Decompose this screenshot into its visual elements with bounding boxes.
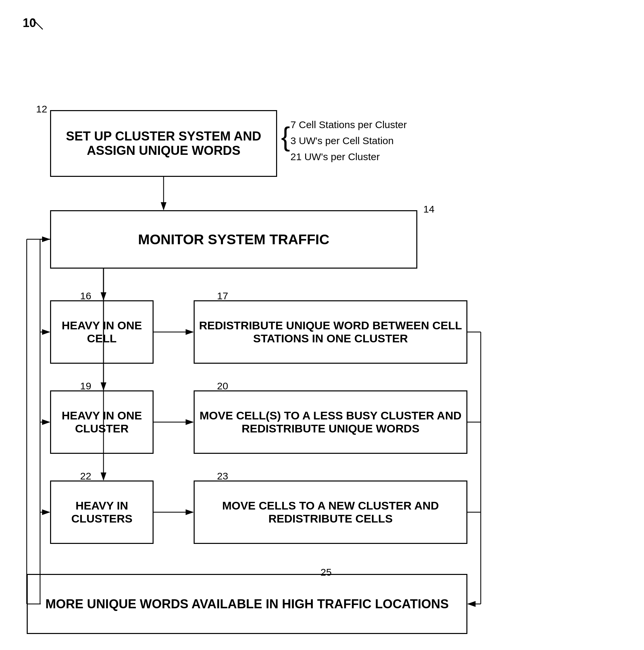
label-20: 20 xyxy=(217,381,228,392)
label-19: 19 xyxy=(80,381,91,392)
box-setup-cluster-text: SET UP CLUSTER SYSTEM AND ASSIGN UNIQUE … xyxy=(51,129,276,158)
box-move-new-cluster-text: MOVE CELLS TO A NEW CLUSTER AND REDISTRI… xyxy=(195,499,466,525)
box-heavy-one-cell: HEAVY IN ONE CELL xyxy=(50,300,154,364)
box-heavy-clusters-text: HEAVY IN CLUSTERS xyxy=(51,499,152,525)
label-16: 16 xyxy=(80,290,91,302)
label-22: 22 xyxy=(80,470,91,482)
box-more-unique-words-text: MORE UNIQUE WORDS AVAILABLE IN HIGH TRAF… xyxy=(45,597,449,611)
label-14: 14 xyxy=(423,204,434,215)
box-monitor-traffic-text: MONITOR SYSTEM TRAFFIC xyxy=(138,231,329,248)
brace-line3: 21 UW's per Cluster xyxy=(291,149,407,165)
brace-line2: 3 UW's per Cell Station xyxy=(291,133,407,149)
box-monitor-traffic: MONITOR SYSTEM TRAFFIC xyxy=(50,210,417,268)
brace-line1: 7 Cell Stations per Cluster xyxy=(291,117,407,133)
box-redistribute-uw: REDISTRIBUTE UNIQUE WORD BETWEEN CELL ST… xyxy=(194,300,467,364)
box-move-new-cluster: MOVE CELLS TO A NEW CLUSTER AND REDISTRI… xyxy=(194,480,467,544)
brace-char: { xyxy=(281,123,290,150)
box-setup-cluster: SET UP CLUSTER SYSTEM AND ASSIGN UNIQUE … xyxy=(50,110,277,177)
svg-line-0 xyxy=(33,20,43,29)
box-heavy-one-cell-text: HEAVY IN ONE CELL xyxy=(51,319,152,345)
label-12: 12 xyxy=(36,103,47,115)
figure-label-arrow xyxy=(23,16,49,36)
label-23: 23 xyxy=(217,470,228,482)
flowchart-diagram: 10 SET UP CLUSTER SYSTEM AND ASSIGN UNIQ… xyxy=(0,0,644,650)
box-move-cells-cluster-text: MOVE CELL(S) TO A LESS BUSY CLUSTER AND … xyxy=(195,409,466,435)
box-heavy-clusters: HEAVY IN CLUSTERS xyxy=(50,480,154,544)
box-heavy-one-cluster: HEAVY IN ONE CLUSTER xyxy=(50,390,154,454)
box-redistribute-uw-text: REDISTRIBUTE UNIQUE WORD BETWEEN CELL ST… xyxy=(195,319,466,345)
box-heavy-one-cluster-text: HEAVY IN ONE CLUSTER xyxy=(51,409,152,435)
box-more-unique-words: MORE UNIQUE WORDS AVAILABLE IN HIGH TRAF… xyxy=(27,574,467,634)
brace-info: 7 Cell Stations per Cluster 3 UW's per C… xyxy=(291,117,407,165)
label-17: 17 xyxy=(217,290,228,302)
label-25: 25 xyxy=(320,567,332,578)
box-move-cells-cluster: MOVE CELL(S) TO A LESS BUSY CLUSTER AND … xyxy=(194,390,467,454)
